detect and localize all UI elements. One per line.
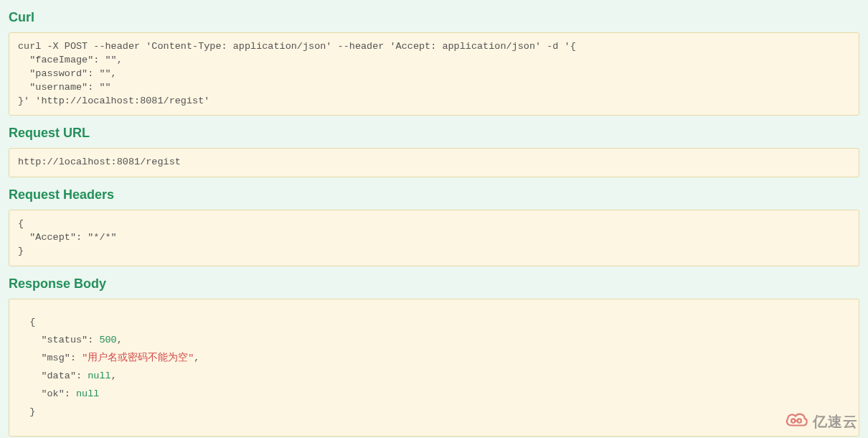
cloud-icon [784, 410, 808, 434]
json-value: null [76, 388, 99, 399]
watermark: 亿速云 [784, 410, 858, 434]
request-headers-heading: Request Headers [9, 187, 859, 202]
json-key: "status" [41, 335, 88, 345]
json-separator: : [70, 353, 82, 363]
json-separator: : [88, 335, 99, 345]
json-kv-line: "msg": "用户名或密码不能为空", [18, 350, 850, 368]
json-brace-close: } [18, 404, 850, 421]
json-key: "data" [41, 371, 76, 381]
json-separator: : [65, 388, 76, 399]
json-kv-line: "ok": null [18, 386, 850, 404]
json-kv-line: "data": null, [18, 368, 850, 386]
json-comma: , [194, 353, 199, 363]
request-headers-code-block[interactable]: { "Accept": "*/*" } [9, 210, 859, 266]
json-kv-line: "status": 500, [18, 332, 850, 350]
svg-point-1 [798, 419, 801, 422]
response-body-heading: Response Body [9, 276, 859, 292]
json-value: null [88, 371, 110, 381]
response-body-code-block[interactable]: { "status": 500, "msg": "用户名或密码不能为空", "d… [9, 299, 859, 437]
watermark-text: 亿速云 [813, 412, 858, 432]
json-comma: , [117, 335, 123, 345]
json-key: "msg" [41, 353, 70, 363]
svg-point-0 [791, 419, 795, 422]
json-value: 500 [99, 335, 116, 345]
json-comma: , [111, 371, 117, 381]
curl-code-block[interactable]: curl -X POST --header 'Content-Type: app… [9, 32, 859, 116]
request-url-code-block[interactable]: http://localhost:8081/regist [9, 148, 859, 177]
request-url-heading: Request URL [9, 126, 859, 141]
curl-heading: Curl [9, 10, 859, 25]
json-key: "ok" [41, 388, 64, 399]
json-separator: : [76, 371, 88, 381]
json-value: "用户名或密码不能为空" [82, 353, 194, 363]
json-brace-open: { [18, 314, 850, 332]
